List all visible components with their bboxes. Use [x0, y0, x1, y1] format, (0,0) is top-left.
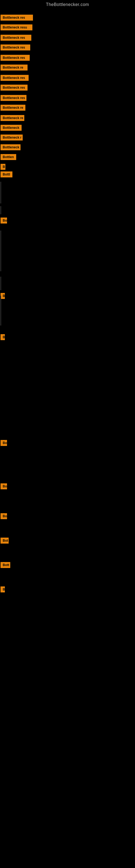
bottleneck-item-2[interactable]: Bottleneck resu — [1, 24, 32, 30]
bottleneck-item-13[interactable]: Bottleneck r — [1, 134, 23, 141]
bottleneck-item-24[interactable]: Bot — [1, 538, 9, 544]
bottleneck-item-9[interactable]: Bottleneck res — [1, 95, 27, 101]
vertical-line-1 — [1, 182, 1, 204]
bottleneck-item-19[interactable]: B — [1, 293, 5, 299]
site-title: TheBottlenecker.com — [0, 0, 135, 8]
bottleneck-item-5[interactable]: Bottleneck res — [1, 55, 30, 61]
bottleneck-item-11[interactable]: Bottleneck re — [1, 115, 24, 121]
bottleneck-item-21[interactable]: Bo — [1, 440, 7, 446]
bottleneck-item-18[interactable]: Bo — [1, 218, 7, 223]
vertical-line-3 — [1, 230, 1, 271]
bottleneck-item-15[interactable]: Bottlen — [1, 154, 16, 160]
bottleneck-item-16[interactable]: B — [1, 164, 5, 170]
bottleneck-item-14[interactable]: Bottleneck — [1, 144, 20, 150]
bottleneck-item-12[interactable]: Bottleneck — [1, 125, 21, 131]
bottleneck-item-3[interactable]: Bottleneck res — [1, 35, 31, 41]
bottleneck-item-20[interactable]: B — [1, 334, 5, 340]
bottleneck-item-10[interactable]: Bottleneck re — [1, 105, 26, 111]
bottleneck-item-22[interactable]: Bo — [1, 484, 7, 489]
bottleneck-item-7[interactable]: Bottleneck res — [1, 75, 29, 81]
bottleneck-item-25[interactable]: Bott — [1, 562, 10, 568]
bottleneck-item-26[interactable]: B — [1, 586, 5, 592]
bottleneck-item-1[interactable]: Bottleneck res — [1, 14, 33, 21]
bottleneck-item-4[interactable]: Bottleneck res — [1, 44, 30, 51]
bottleneck-item-23[interactable]: Bo — [1, 513, 7, 519]
vertical-line-2 — [1, 206, 1, 214]
vertical-line-5 — [1, 296, 1, 326]
vertical-line-4 — [1, 277, 1, 290]
bottleneck-item-6[interactable]: Bottleneck re — [1, 65, 28, 70]
bottleneck-item-8[interactable]: Bottleneck res — [1, 85, 28, 91]
bottleneck-item-17[interactable]: Bottl — [1, 172, 12, 177]
